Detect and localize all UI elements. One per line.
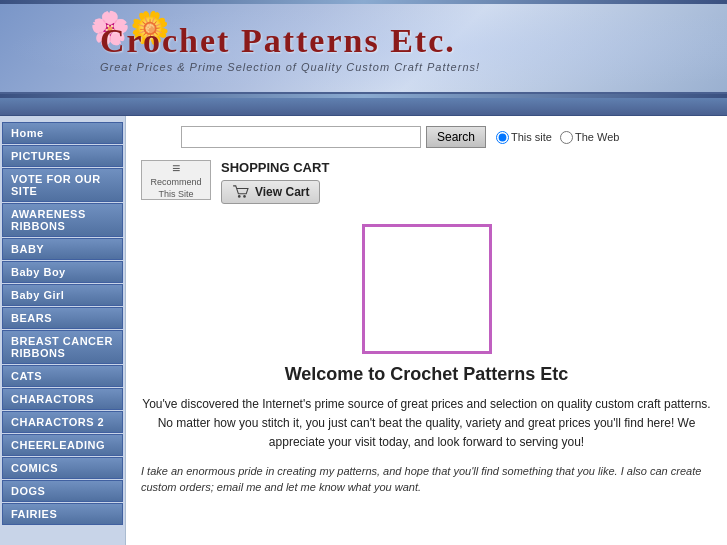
header-title-block: Crochet Patterns Etc. Great Prices & Pri… bbox=[100, 22, 480, 74]
sidebar-item-dogs[interactable]: DOGS bbox=[2, 480, 123, 502]
welcome-text1: You've discovered the Internet's prime s… bbox=[141, 395, 712, 453]
recommend-icon: ≡ bbox=[172, 159, 180, 177]
sidebar-item-baby-boy[interactable]: Baby Boy bbox=[2, 261, 123, 283]
header: 🌸🌼 Crochet Patterns Etc. Great Prices & … bbox=[0, 4, 727, 94]
sidebar-item-pictures[interactable]: PICTURES bbox=[2, 145, 123, 167]
shopping-cart-section: SHOPPING CART View Cart bbox=[221, 160, 329, 204]
recommend-line1: Recommend bbox=[150, 177, 201, 189]
header-subtitle: Great Prices & Prime Selection of Qualit… bbox=[100, 61, 480, 73]
header-title: Crochet Patterns Etc. bbox=[100, 22, 480, 60]
recommend-area: ≡ Recommend This Site SHOPPING CART View… bbox=[141, 160, 712, 214]
sidebar: Home PICTURES VOTE FOR OUR SITE AWARENES… bbox=[0, 116, 125, 545]
svg-point-1 bbox=[243, 195, 246, 198]
welcome-text2: I take an enormous pride in creating my … bbox=[141, 463, 712, 496]
recommend-line2: This Site bbox=[158, 189, 193, 201]
content: Search This site The Web ≡ Recommend Thi… bbox=[125, 116, 727, 545]
sidebar-item-breast-cancer[interactable]: BREAST CANCER RIBBONS bbox=[2, 330, 123, 364]
view-cart-label: View Cart bbox=[255, 185, 309, 199]
this-site-label: This site bbox=[511, 131, 552, 143]
radio-this-site[interactable]: This site bbox=[496, 131, 552, 144]
main-layout: Home PICTURES VOTE FOR OUR SITE AWARENES… bbox=[0, 116, 727, 545]
cart-icon bbox=[232, 185, 250, 199]
sidebar-item-baby[interactable]: BABY bbox=[2, 238, 123, 260]
web-label: The Web bbox=[575, 131, 619, 143]
welcome-title: Welcome to Crochet Patterns Etc bbox=[141, 364, 712, 385]
sidebar-item-awareness[interactable]: AWARENESS RIBBONS bbox=[2, 203, 123, 237]
welcome-section: Welcome to Crochet Patterns Etc You've d… bbox=[141, 364, 712, 496]
search-options: This site The Web bbox=[496, 131, 619, 144]
svg-point-0 bbox=[238, 195, 241, 198]
sidebar-item-charactors2[interactable]: CHARACTORS 2 bbox=[2, 411, 123, 433]
sidebar-item-home[interactable]: Home bbox=[2, 122, 123, 144]
radio-web[interactable]: The Web bbox=[560, 131, 619, 144]
nav-stripe bbox=[0, 98, 727, 116]
shopping-cart-label: SHOPPING CART bbox=[221, 160, 329, 175]
sidebar-item-vote[interactable]: VOTE FOR OUR SITE bbox=[2, 168, 123, 202]
sidebar-item-fairies[interactable]: FAIRIES bbox=[2, 503, 123, 525]
recommend-banner[interactable]: ≡ Recommend This Site bbox=[141, 160, 211, 200]
search-bar: Search This site The Web bbox=[141, 126, 712, 148]
sidebar-item-baby-girl[interactable]: Baby Girl bbox=[2, 284, 123, 306]
search-button[interactable]: Search bbox=[426, 126, 486, 148]
search-input[interactable] bbox=[181, 126, 421, 148]
sidebar-item-cats[interactable]: CATS bbox=[2, 365, 123, 387]
sidebar-item-bears[interactable]: BEARS bbox=[2, 307, 123, 329]
product-image-area bbox=[141, 224, 712, 354]
sidebar-item-charactors[interactable]: CHARACTORS bbox=[2, 388, 123, 410]
sidebar-item-cheerleading[interactable]: CHEERLEADING bbox=[2, 434, 123, 456]
sidebar-item-comics[interactable]: COMICS bbox=[2, 457, 123, 479]
view-cart-button[interactable]: View Cart bbox=[221, 180, 320, 204]
product-placeholder bbox=[362, 224, 492, 354]
